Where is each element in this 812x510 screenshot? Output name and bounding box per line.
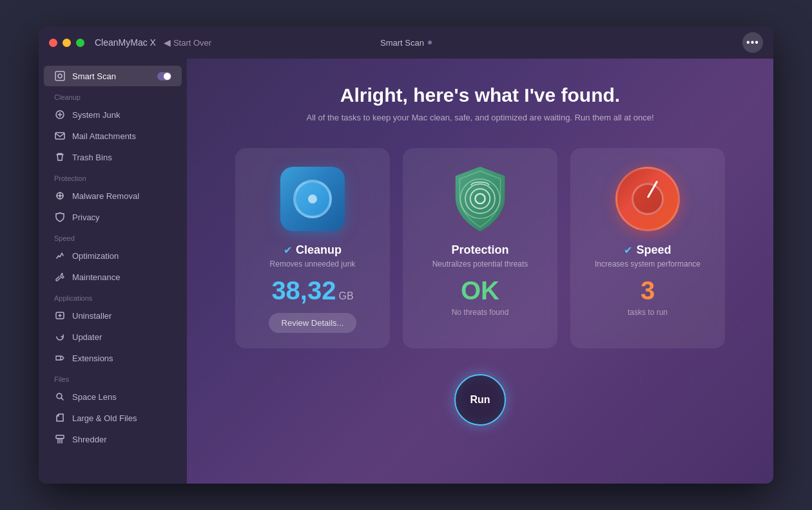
sidebar-item-optimization[interactable]: Optimization [44,245,182,266]
speed-value: 3 [641,276,655,305]
malware-icon [54,190,66,202]
sidebar-item-maintenance[interactable]: Maintenance [44,267,182,287]
speed-check-icon: ✔ [624,244,632,256]
headline: Alright, here's what I've found. [340,84,620,106]
sidebar-item-mail-attachments[interactable]: Mail Attachments [44,126,182,146]
traffic-lights [49,39,84,47]
subheadline: All of the tasks to keep your Mac clean,… [306,113,653,122]
main-body: Smart Scan Cleanup System Junk [39,59,773,484]
cleanup-title-row: ✔ Cleanup [284,243,342,257]
sidebar-item-extensions[interactable]: Extensions [44,348,182,368]
sidebar-section-speed: Speed [39,228,187,245]
privacy-label: Privacy [72,212,100,222]
large-files-icon [54,412,66,424]
shredder-icon [54,433,66,445]
run-button-wrap: Run [454,374,506,426]
speed-title-row: ✔ Speed [624,243,671,257]
sidebar-item-privacy[interactable]: Privacy [44,207,182,227]
svg-rect-3 [55,133,64,139]
speed-icon-wrap [612,164,683,234]
titlebar-scan-label: Smart Scan [380,38,424,48]
speed-note: tasks to run [628,308,668,317]
titlebar: CleanMyMac X ◀ Start Over Smart Scan ••• [39,26,773,59]
more-button[interactable]: ••• [742,32,763,53]
cards-row: ✔ Cleanup Removes unneeded junk 38,32GB … [213,148,748,348]
cleanup-title: Cleanup [296,243,342,257]
protection-value: OK [461,276,499,305]
back-icon: ◀ [164,37,171,48]
privacy-icon [54,211,66,223]
sidebar-section-applications: Applications [39,288,187,305]
protection-subtitle: Neutralizes potential threats [432,260,528,269]
space-lens-icon [54,391,66,402]
extensions-label: Extensions [72,354,113,363]
speed-card: ✔ Speed Increases system performance 3 t… [570,148,725,348]
updater-label: Updater [72,332,102,342]
sidebar-item-smart-scan[interactable]: Smart Scan [44,66,182,86]
cleanup-check-icon: ✔ [284,244,292,256]
start-over-button[interactable]: ◀ Start Over [164,37,211,48]
titlebar-dot [428,41,432,44]
smart-scan-toggle[interactable] [157,72,171,80]
sidebar-smart-scan-label: Smart Scan [72,71,116,81]
uninstaller-icon [54,310,66,321]
sidebar-item-malware-removal[interactable]: Malware Removal [44,185,182,206]
sidebar-item-updater[interactable]: Updater [44,326,182,347]
sidebar: Smart Scan Cleanup System Junk [39,59,187,484]
close-button[interactable] [49,39,57,47]
minimize-button[interactable] [63,39,71,47]
protection-note: No threats found [452,308,509,317]
sidebar-item-space-lens[interactable]: Space Lens [44,386,182,407]
malware-removal-label: Malware Removal [72,191,139,201]
protection-icon-wrap [445,164,516,234]
sidebar-section-protection: Protection [39,168,187,185]
cleanup-value: 38,32GB [271,276,353,305]
mail-icon [54,130,66,142]
optimization-label: Optimization [72,251,119,261]
maintenance-icon [54,271,66,283]
system-junk-label: System Junk [72,110,120,120]
large-old-files-label: Large & Old Files [72,413,137,423]
smart-scan-icon [54,70,66,82]
app-window: CleanMyMac X ◀ Start Over Smart Scan ••• [39,26,773,484]
protection-title-row: Protection [451,243,508,257]
start-over-label: Start Over [173,38,211,48]
protection-card: Protection Neutralizes potential threats… [403,148,557,348]
sidebar-section-files: Files [39,369,187,386]
svg-point-1 [58,74,62,78]
protection-shield-icon [445,164,516,234]
shredder-label: Shredder [72,435,106,444]
main-content: Alright, here's what I've found. All of … [187,59,773,484]
system-junk-icon [54,109,66,120]
sidebar-item-shredder[interactable]: Shredder [44,429,182,449]
sidebar-item-trash-bins[interactable]: Trash Bins [44,147,182,167]
svg-point-5 [59,194,61,197]
maintenance-label: Maintenance [72,272,120,282]
sidebar-section-cleanup: Cleanup [39,87,187,104]
optimization-icon [54,250,66,261]
protection-title: Protection [451,243,508,257]
sidebar-item-uninstaller[interactable]: Uninstaller [44,305,182,326]
trash-icon [54,151,66,163]
cleanup-icon-wrap [277,164,348,234]
updater-icon [54,331,66,343]
run-button[interactable]: Run [454,374,506,426]
space-lens-label: Space Lens [72,392,117,402]
speed-gauge-icon [615,167,680,231]
cleanup-subtitle: Removes unneeded junk [270,260,356,269]
speed-title: Speed [636,243,671,257]
app-title: CleanMyMac X [95,37,156,48]
mail-attachments-label: Mail Attachments [72,131,136,141]
speed-subtitle: Increases system performance [595,260,701,269]
cleanup-disk-icon [280,167,345,231]
cleanup-card: ✔ Cleanup Removes unneeded junk 38,32GB … [235,148,390,348]
sidebar-item-large-old-files[interactable]: Large & Old Files [44,408,182,428]
extensions-icon [54,352,66,364]
review-details-button[interactable]: Review Details... [269,313,357,333]
titlebar-center: Smart Scan [380,38,432,48]
trash-bins-label: Trash Bins [72,153,112,162]
sidebar-item-system-junk[interactable]: System Junk [44,104,182,125]
maximize-button[interactable] [76,39,84,47]
uninstaller-label: Uninstaller [72,311,111,321]
svg-rect-0 [55,71,64,80]
